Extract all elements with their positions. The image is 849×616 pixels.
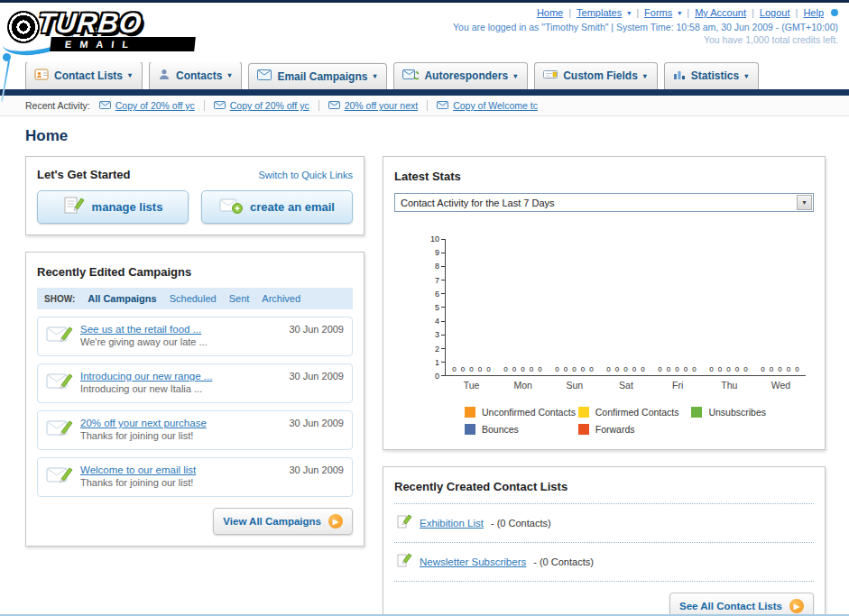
x-axis-label: Fri	[652, 380, 704, 391]
chart-value-label: 0	[718, 365, 722, 373]
recent-activity-link[interactable]: 20% off your next	[345, 100, 419, 111]
legend-swatch-icon	[578, 407, 589, 418]
recent-activity-item: Copy of Welcome tc	[437, 100, 547, 111]
tab-autoresponders[interactable]: Autoresponders ▾	[393, 62, 528, 89]
chevron-down-icon: ▼	[797, 195, 812, 210]
campaign-date: 30 Jun 2009	[289, 371, 344, 382]
chart-y-axis: 109876543210	[425, 239, 445, 376]
campaign-row[interactable]: See us at the retail food ... We're givi…	[37, 317, 353, 356]
chart-value-label: 0	[735, 365, 739, 373]
contact-list-row[interactable]: Exhibition List - (0 Contacts)	[394, 504, 814, 543]
chart-value-label: 0	[478, 365, 482, 373]
envelope-refresh-icon	[402, 69, 419, 83]
contact-list-link[interactable]: Exhibition List	[420, 518, 484, 529]
legend-item: Bounces	[465, 424, 578, 435]
envelope-icon	[99, 100, 111, 111]
chart-value-label: 0	[675, 365, 678, 373]
campaign-row[interactable]: Welcome to our email list Thanks for joi…	[37, 457, 353, 497]
see-all-contact-lists-button[interactable]: See All Contact Lists ▶	[669, 593, 814, 616]
envelope-pencil-icon	[46, 464, 73, 490]
credits-info: You have 1,000 total credits left.	[453, 34, 838, 45]
chart-value-label: 0	[606, 365, 610, 373]
campaign-title-link[interactable]: Welcome to our email list	[80, 464, 196, 475]
campaign-title-link[interactable]: Introducing our new range ...	[80, 371, 212, 382]
chart-value-label: 0	[632, 365, 636, 373]
recent-activity-label: Recent Activity:	[25, 100, 90, 111]
campaign-title-link[interactable]: 20% off your next purchase	[80, 418, 207, 428]
pencil-page-icon	[396, 513, 412, 533]
x-axis-label: Mon	[497, 380, 549, 391]
filter-sent[interactable]: Sent	[229, 293, 250, 304]
campaign-date: 30 Jun 2009	[289, 464, 344, 475]
contact-list-link[interactable]: Newsletter Subscribers	[420, 556, 526, 567]
campaign-row[interactable]: Introducing our new range ... Introducin…	[37, 363, 353, 403]
chart-group: 00000	[497, 365, 549, 375]
chevron-down-icon: ▾	[513, 72, 517, 80]
chart-group: 00000	[754, 365, 806, 375]
navy-divider-bar	[0, 89, 849, 96]
filter-scheduled[interactable]: Scheduled	[170, 293, 217, 304]
chart-value-label: 0	[469, 365, 473, 373]
nav-link-templates[interactable]: Templates	[577, 7, 622, 18]
legend-label: Forwards	[595, 424, 635, 435]
chevron-down-icon: ▾	[227, 71, 231, 79]
filter-archived[interactable]: Archived	[262, 293, 300, 304]
recent-activity-link[interactable]: Copy of 20% off yc	[230, 100, 309, 111]
tab-custom-fields[interactable]: Custom Fields ▾	[534, 62, 658, 89]
envelope-pencil-icon	[46, 418, 73, 443]
form-field-icon	[543, 69, 558, 83]
recently-edited-campaigns-panel: Recently Edited Campaigns SHOW: All Camp…	[25, 252, 365, 547]
x-axis-label: Wed	[755, 380, 807, 391]
tab-label: Contact Lists	[54, 69, 123, 82]
recent-activity-link[interactable]: Copy of Welcome tc	[453, 100, 538, 111]
header-right: Home Templates▾ Forms▾ My Account Logout…	[453, 7, 838, 45]
logo-target-icon	[7, 11, 40, 43]
nav-link-my-account[interactable]: My Account	[695, 7, 746, 18]
arrow-right-icon: ▶	[328, 514, 343, 529]
chevron-down-icon: ▾	[128, 71, 132, 79]
contact-list-row[interactable]: Newsletter Subscribers - (0 Contacts)	[394, 543, 814, 582]
stats-period-select[interactable]: Contact Activity for the Last 7 Days ▼	[394, 193, 814, 212]
top-nav: Home Templates▾ Forms▾ My Account Logout…	[453, 7, 838, 18]
chart-value-label: 0	[641, 365, 644, 373]
create-email-button[interactable]: create an email	[201, 190, 353, 224]
tab-contact-lists[interactable]: Contact Lists ▾	[25, 61, 143, 89]
tab-contacts[interactable]: Contacts ▾	[149, 61, 242, 89]
see-all-contact-lists-label: See All Contact Lists	[679, 601, 782, 611]
chart-value-label: 0	[787, 365, 790, 373]
logo-title: TURBO	[36, 7, 242, 40]
create-email-label: create an email	[250, 200, 335, 214]
recent-activity-link[interactable]: Copy of 20% off yc	[115, 100, 195, 111]
view-all-campaigns-button[interactable]: View All Campaigns ▶	[213, 508, 353, 535]
nav-link-logout[interactable]: Logout	[760, 7, 790, 18]
chart-value-label: 0	[692, 365, 696, 373]
campaign-subtitle: Thanks for joining our list!	[80, 430, 207, 441]
recent-activity-bar: Recent Activity: Copy of 20% off yc Copy…	[0, 96, 849, 116]
campaign-date: 30 Jun 2009	[289, 418, 344, 428]
nav-link-help[interactable]: Help	[803, 7, 824, 18]
switch-quick-links-link[interactable]: Switch to Quick Links	[258, 170, 353, 180]
chart-group: 00000	[446, 365, 497, 375]
recent-activity-item: Copy of 20% off yc	[99, 100, 205, 111]
x-axis-label: Sat	[600, 380, 651, 391]
nav-link-forms[interactable]: Forms	[644, 7, 672, 18]
contact-lists-panel-title: Recently Created Contact Lists	[394, 480, 568, 493]
manage-lists-button[interactable]: manage lists	[37, 190, 189, 224]
tab-statistics[interactable]: Statistics ▾	[664, 62, 759, 89]
legend-swatch-icon	[691, 407, 702, 418]
campaign-subtitle: Thanks for joining our list!	[80, 477, 196, 488]
filter-all-campaigns[interactable]: All Campaigns	[88, 293, 156, 304]
nav-link-home[interactable]: Home	[537, 7, 563, 18]
campaign-row[interactable]: 20% off your next purchase Thanks for jo…	[37, 410, 353, 450]
tab-label: Statistics	[691, 69, 739, 82]
chart-value-label: 0	[530, 365, 533, 373]
tab-email-campaigns[interactable]: Email Campaigns ▾	[248, 63, 387, 89]
left-column: Let's Get Started Switch to Quick Links …	[25, 156, 365, 547]
decorative-dot-icon	[831, 9, 838, 16]
tab-label: Contacts	[176, 69, 222, 82]
chart-value-label: 0	[667, 365, 670, 373]
recently-created-contact-lists-panel: Recently Created Contact Lists Exhibitio…	[383, 466, 826, 616]
chevron-down-icon: ▾	[627, 9, 631, 17]
turbo-email-logo[interactable]: TURBO EMAIL	[14, 7, 240, 51]
campaign-title-link[interactable]: See us at the retail food ...	[80, 324, 208, 335]
